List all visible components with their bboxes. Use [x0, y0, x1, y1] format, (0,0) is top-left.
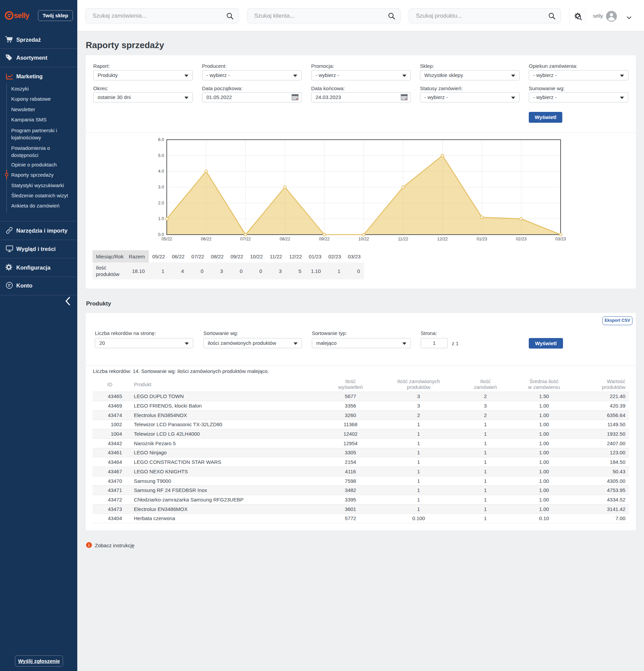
svg-text:3.0: 3.0 — [158, 185, 164, 190]
svg-text:6.0: 6.0 — [158, 137, 164, 142]
svg-text:12/22: 12/22 — [437, 237, 448, 241]
svg-text:06/22: 06/22 — [201, 237, 211, 241]
svg-text:03/23: 03/23 — [555, 237, 566, 241]
svg-text:01/23: 01/23 — [477, 237, 487, 241]
svg-text:08/22: 08/22 — [280, 237, 290, 241]
svg-text:0.0: 0.0 — [158, 232, 164, 237]
svg-text:11/22: 11/22 — [398, 237, 408, 241]
svg-text:2.0: 2.0 — [158, 201, 164, 205]
svg-text:02/23: 02/23 — [516, 237, 526, 241]
svg-text:07/22: 07/22 — [240, 237, 251, 241]
svg-text:09/22: 09/22 — [319, 237, 330, 241]
svg-text:10/22: 10/22 — [358, 237, 369, 241]
svg-text:selly: selly — [14, 12, 29, 20]
svg-text:05/22: 05/22 — [161, 237, 172, 241]
svg-text:4.0: 4.0 — [158, 169, 164, 174]
svg-text:5.0: 5.0 — [158, 153, 164, 158]
svg-text:1.0: 1.0 — [158, 216, 164, 221]
